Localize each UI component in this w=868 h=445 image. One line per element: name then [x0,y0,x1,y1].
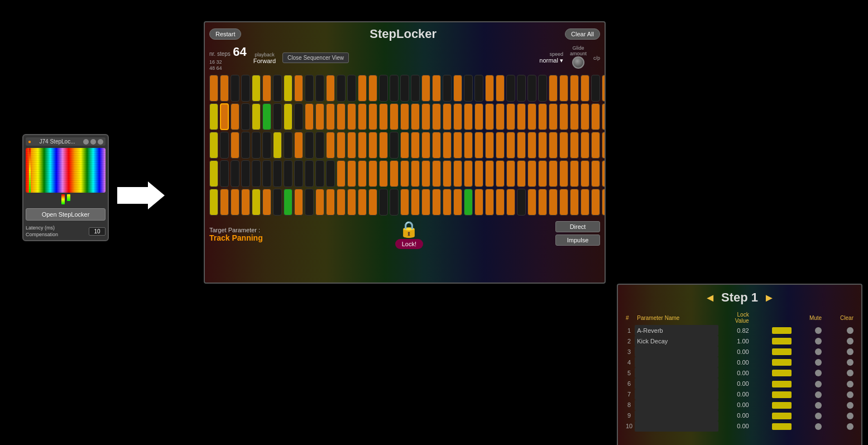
seq-cell[interactable] [421,103,430,130]
seq-cell[interactable] [538,160,547,187]
seq-cell[interactable] [549,160,558,187]
seq-cell[interactable] [421,75,430,102]
seq-cell[interactable] [368,189,377,216]
seq-cell[interactable] [305,75,314,102]
seq-cell[interactable] [464,103,473,130]
seq-cell[interactable] [570,103,579,130]
seq-cell[interactable] [315,132,324,159]
seq-cell[interactable] [591,132,600,159]
seq-cell[interactable] [464,189,473,216]
seq-cell[interactable] [570,189,579,216]
seq-cell[interactable] [390,132,399,159]
seq-cell[interactable] [411,132,420,159]
seq-cell[interactable] [209,132,218,159]
restart-button[interactable]: Restart [209,28,241,40]
seq-cell[interactable] [368,132,377,159]
seq-cell[interactable] [591,103,600,130]
seq-cell[interactable] [432,160,441,187]
step-prev-button[interactable]: ◄ [704,291,716,304]
step-row-clear[interactable] [824,389,856,400]
seq-cell[interactable] [284,132,292,159]
seq-cell[interactable] [443,160,452,187]
seq-cell[interactable] [538,132,547,159]
step-row-mute[interactable] [794,367,824,378]
seq-cell[interactable] [464,75,473,102]
seq-cell[interactable] [390,189,399,216]
seq-cell[interactable] [273,103,282,130]
seq-cell[interactable] [379,189,388,216]
seq-cell[interactable] [527,75,536,102]
step-row-clear[interactable] [824,325,856,336]
seq-cell[interactable] [294,189,303,216]
seq-cell[interactable] [559,189,568,216]
seq-cell[interactable] [549,75,558,102]
step-row-clear[interactable] [824,410,856,421]
seq-cell[interactable] [347,75,356,102]
seq-cell[interactable] [485,189,494,216]
seq-cell[interactable] [411,160,420,187]
seq-cell[interactable] [231,132,239,159]
seq-cell[interactable] [474,75,483,102]
seq-cell[interactable] [220,103,229,130]
seq-cell[interactable] [305,103,314,130]
seq-cell[interactable] [517,75,526,102]
seq-cell[interactable] [411,189,420,216]
seq-cell[interactable] [506,189,515,216]
seq-cell[interactable] [602,103,606,130]
seq-cell[interactable] [347,132,356,159]
step-row-mute[interactable] [794,357,824,367]
seq-cell[interactable] [326,160,335,187]
step-row-mute[interactable] [794,400,824,410]
seq-cell[interactable] [252,75,261,102]
seq-cell[interactable] [209,189,218,216]
seq-cell[interactable] [453,75,462,102]
seq-cell[interactable] [527,103,536,130]
plugin-icon-2[interactable] [90,139,96,145]
seq-cell[interactable] [347,160,356,187]
seq-cell[interactable] [209,160,218,187]
seq-cell[interactable] [326,103,335,130]
seq-cell[interactable] [474,103,483,130]
seq-cell[interactable] [421,189,430,216]
step-row-mute[interactable] [794,410,824,421]
seq-cell[interactable] [315,75,324,102]
seq-cell[interactable] [241,103,250,130]
seq-cell[interactable] [506,103,515,130]
seq-cell[interactable] [241,189,250,216]
seq-cell[interactable] [464,132,473,159]
seq-cell[interactable] [347,189,356,216]
seq-cell[interactable] [284,160,292,187]
seq-cell[interactable] [305,189,314,216]
seq-cell[interactable] [400,132,409,159]
seq-cell[interactable] [581,189,589,216]
step-row-clear[interactable] [824,421,856,432]
seq-cell[interactable] [517,189,526,216]
seq-cell[interactable] [581,75,589,102]
step-row-clear[interactable] [824,357,856,367]
seq-cell[interactable] [305,160,314,187]
seq-cell[interactable] [602,132,606,159]
seq-cell[interactable] [527,160,536,187]
step-row-clear[interactable] [824,336,856,346]
lock-button[interactable]: Lock! [395,239,423,249]
seq-cell[interactable] [262,103,271,130]
seq-cell[interactable] [273,132,282,159]
seq-cell[interactable] [411,75,420,102]
seq-cell[interactable] [368,75,377,102]
seq-cell[interactable] [496,103,505,130]
step-row-mute[interactable] [794,378,824,389]
step-row-clear[interactable] [824,346,856,357]
seq-cell[interactable] [273,160,282,187]
seq-cell[interactable] [273,189,282,216]
seq-cell[interactable] [464,160,473,187]
seq-cell[interactable] [421,160,430,187]
seq-cell[interactable] [231,189,239,216]
seq-cell[interactable] [209,75,218,102]
step-row-mute[interactable] [794,336,824,346]
glide-knob[interactable] [572,56,584,69]
step-next-button[interactable]: ► [764,291,775,304]
seq-cell[interactable] [379,103,388,130]
seq-cell[interactable] [252,103,261,130]
seq-cell[interactable] [241,75,250,102]
seq-cell[interactable] [252,189,261,216]
